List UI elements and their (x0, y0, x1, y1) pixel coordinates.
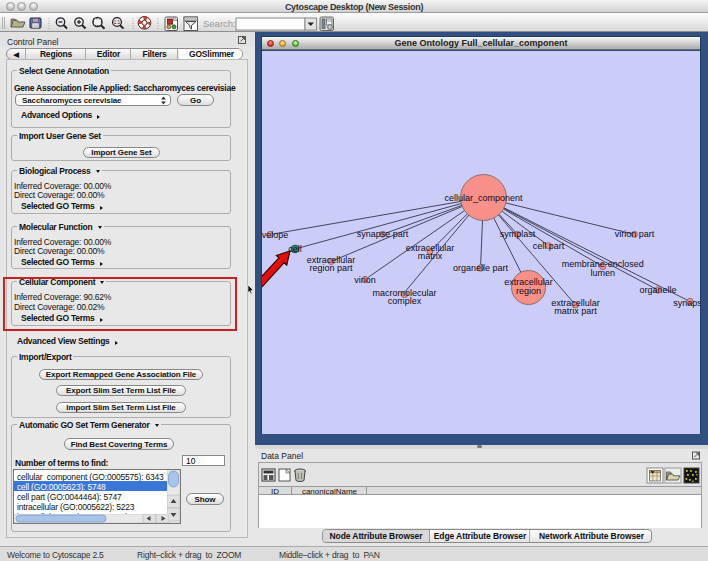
svg-text:Search:: Search: (203, 18, 236, 29)
svg-text:cell: cell (288, 244, 302, 254)
svg-text:matrix part: matrix part (554, 306, 597, 316)
svg-text:envelope: envelope (262, 230, 288, 240)
svg-text:region part: region part (309, 263, 353, 273)
svg-text:cell part: cell part (533, 241, 565, 251)
svg-text:cellular_component: cellular_component (444, 193, 523, 203)
svg-text:symplast: symplast (500, 229, 536, 239)
svg-text:1:1: 1:1 (114, 20, 121, 25)
svg-text:complex: complex (388, 296, 422, 306)
svg-text:matrix: matrix (418, 251, 443, 261)
svg-text:synapse part: synapse part (357, 229, 409, 239)
svg-text:virion part: virion part (615, 229, 655, 239)
svg-text:virion: virion (354, 275, 376, 285)
svg-text:organelle part: organelle part (453, 263, 509, 273)
svg-text:lumen: lumen (591, 268, 616, 278)
svg-text:organelle: organelle (639, 285, 676, 295)
svg-text:region: region (516, 286, 541, 296)
svg-text:synapse: synapse (673, 298, 700, 308)
